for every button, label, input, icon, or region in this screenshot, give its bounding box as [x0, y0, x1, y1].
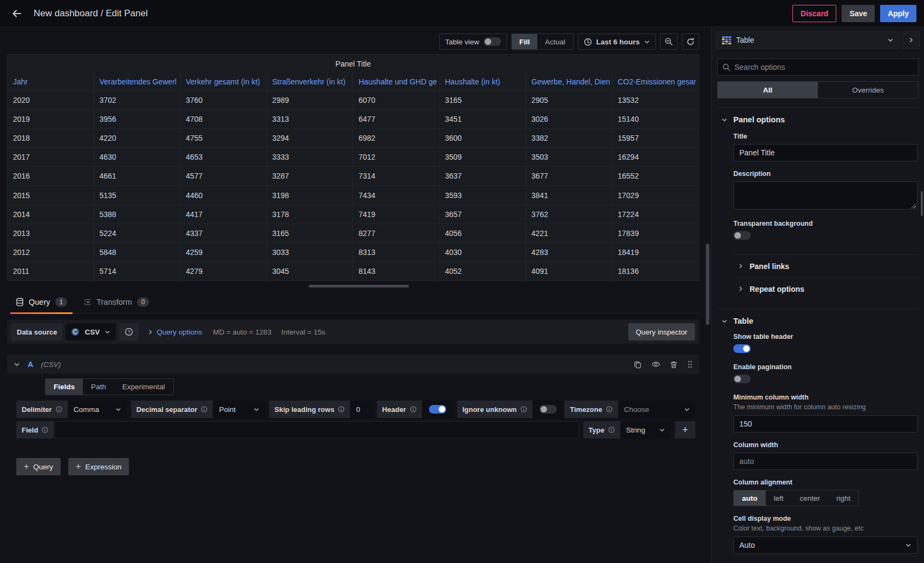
field-field: Field — [16, 421, 579, 438]
table-cell: 2014 — [8, 205, 94, 224]
alignment-option-right[interactable]: right — [828, 490, 858, 506]
info-icon[interactable] — [338, 406, 344, 413]
column-width-label: Column width — [733, 441, 918, 449]
column-width-input[interactable] — [733, 453, 918, 470]
query-row-header[interactable]: A (CSV) — [7, 355, 699, 374]
collapse-options-button[interactable] — [902, 31, 920, 49]
duplicate-query-icon[interactable] — [634, 361, 642, 369]
table-cell: 3333 — [267, 148, 354, 166]
alignment-option-auto[interactable]: auto — [734, 490, 766, 506]
info-icon[interactable] — [201, 406, 207, 413]
zoom-out-button[interactable] — [660, 34, 678, 50]
table-view-toggle-group[interactable]: Table view — [439, 34, 507, 50]
apply-button[interactable]: Apply — [880, 5, 916, 22]
options-search[interactable] — [717, 58, 919, 76]
column-header[interactable]: Haushalte und GHD ge — [353, 73, 440, 90]
field-name-input[interactable] — [54, 421, 578, 438]
table-cell: 2018 — [8, 129, 94, 147]
drag-handle-icon[interactable] — [687, 360, 693, 369]
cell-display-mode-select[interactable]: Auto — [733, 536, 918, 554]
delete-query-trash-icon[interactable] — [670, 361, 678, 369]
editor-tab-experimental[interactable]: Experimental — [114, 379, 173, 395]
info-icon[interactable] — [42, 427, 48, 433]
table-cell: 4052 — [440, 262, 526, 280]
type-select[interactable]: String — [621, 421, 671, 438]
enable-pagination-toggle[interactable] — [733, 375, 751, 383]
add-field-button[interactable]: + — [675, 421, 695, 438]
editor-tab-fields[interactable]: Fields — [45, 379, 83, 395]
min-column-width-input[interactable] — [733, 415, 918, 433]
column-header[interactable]: Gewerbe, Handel, Dien — [526, 73, 613, 90]
chevron-down-icon[interactable] — [14, 361, 20, 368]
save-button[interactable]: Save — [842, 5, 875, 22]
actual-option[interactable]: Actual — [537, 34, 573, 49]
editor-tab-path[interactable]: Path — [83, 379, 114, 395]
horizontal-scrollbar[interactable] — [309, 285, 409, 287]
table-row: 201939564708331364773451302615140 — [8, 109, 699, 128]
panel-title-input[interactable] — [733, 144, 918, 161]
fill-option[interactable]: Fill — [512, 34, 538, 49]
main-scrollbar-thumb[interactable] — [706, 244, 710, 325]
datasource-picker[interactable]: CSV — [66, 323, 116, 341]
refresh-button[interactable] — [682, 34, 699, 50]
table-cell: 4056 — [440, 224, 526, 243]
transparent-background-toggle[interactable] — [733, 231, 751, 240]
back-button[interactable] — [8, 4, 26, 23]
tab-query[interactable]: Query 1 — [10, 297, 73, 313]
info-icon[interactable] — [606, 406, 613, 413]
filter-tab-overrides[interactable]: Overrides — [818, 82, 918, 98]
repeat-options-row[interactable]: Repeat options — [733, 277, 919, 300]
info-icon[interactable] — [520, 406, 527, 413]
add-expression-button[interactable]: + Expression — [68, 458, 129, 475]
column-header[interactable]: Verarbeitendes Gewerl — [94, 73, 181, 90]
table-cell: 3045 — [267, 262, 354, 280]
column-header[interactable]: Haushalte (in kt) — [440, 73, 526, 90]
table-cell: 3178 — [267, 205, 354, 224]
show-table-header-toggle[interactable] — [733, 344, 751, 353]
options-filter-tabs: All Overrides — [717, 81, 919, 99]
info-icon[interactable] — [608, 427, 615, 433]
hide-query-eye-icon[interactable] — [652, 361, 660, 368]
chevron-right-icon[interactable] — [147, 329, 153, 335]
query-options-link[interactable]: Query options — [157, 328, 202, 336]
alignment-option-center[interactable]: center — [792, 490, 829, 506]
options-search-input[interactable] — [734, 63, 913, 71]
column-header[interactable]: CO2-Emissionen gesar — [613, 73, 699, 90]
table-cell: 3509 — [440, 148, 526, 166]
chevron-down-icon — [659, 427, 665, 433]
table-cell: 4279 — [180, 262, 267, 280]
sidebar-scrollbar-thumb[interactable] — [921, 191, 923, 216]
timezone-field: Timezone Choose — [564, 401, 695, 418]
column-header[interactable]: Straßenverkehr (in kt) — [267, 73, 354, 90]
table-view-toggle[interactable] — [484, 37, 501, 46]
datasource-help-button[interactable]: ? — [119, 323, 139, 341]
info-icon[interactable] — [410, 406, 417, 413]
skip-leading-rows-input[interactable]: 0 — [350, 401, 372, 418]
filter-tab-all[interactable]: All — [718, 82, 818, 98]
query-inspector-button[interactable]: Query inspector — [628, 323, 695, 341]
panel-links-row[interactable]: Panel links — [733, 254, 919, 277]
table-options-header[interactable]: Table — [717, 317, 919, 325]
table-cell: 3657 — [440, 205, 526, 224]
ignore-unknown-toggle[interactable] — [539, 405, 557, 414]
time-range-picker[interactable]: Last 6 hours — [578, 34, 656, 50]
add-query-button[interactable]: + Query — [16, 458, 61, 475]
panel-title[interactable]: Panel Title — [8, 55, 699, 73]
timezone-select[interactable]: Choose — [619, 401, 695, 418]
chevron-down-icon — [887, 37, 894, 43]
alignment-option-left[interactable]: left — [766, 490, 792, 506]
visualization-picker[interactable]: Table — [716, 31, 900, 49]
info-icon[interactable] — [56, 406, 62, 413]
query-ref-id[interactable]: A — [28, 360, 33, 369]
delimiter-select[interactable]: Comma — [68, 401, 127, 418]
tab-transform[interactable]: Transform 0 — [78, 297, 154, 313]
decimal-separator-select[interactable]: Point — [213, 401, 264, 418]
table-cell: 4337 — [180, 224, 267, 243]
column-header[interactable]: Jahr — [8, 73, 94, 90]
panel-options-header[interactable]: Panel options — [717, 115, 919, 124]
zoom-out-icon — [665, 37, 673, 46]
description-textarea[interactable] — [733, 181, 918, 210]
column-header[interactable]: Verkehr gesamt (in kt) — [180, 73, 267, 90]
discard-button[interactable]: Discard — [792, 5, 836, 22]
header-toggle[interactable] — [429, 405, 446, 414]
